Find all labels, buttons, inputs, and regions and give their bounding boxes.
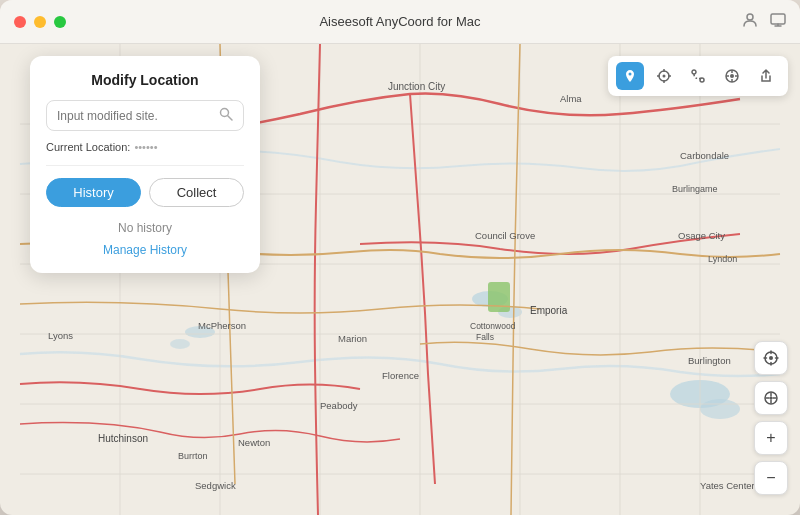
svg-text:Burrton: Burrton bbox=[178, 451, 208, 461]
history-tab[interactable]: History bbox=[46, 178, 141, 207]
svg-text:Burlington: Burlington bbox=[688, 355, 731, 366]
svg-text:Florence: Florence bbox=[382, 370, 419, 381]
svg-point-8 bbox=[700, 399, 740, 419]
no-history-text: No history bbox=[46, 221, 244, 235]
titlebar-actions bbox=[742, 12, 786, 32]
svg-point-71 bbox=[770, 397, 773, 400]
svg-rect-1 bbox=[771, 14, 785, 24]
panel-title: Modify Location bbox=[46, 72, 244, 88]
zoom-in-button[interactable]: + bbox=[754, 421, 788, 455]
svg-point-0 bbox=[747, 14, 753, 20]
svg-text:Alma: Alma bbox=[560, 93, 582, 104]
compass-button[interactable] bbox=[754, 381, 788, 415]
svg-text:Carbondale: Carbondale bbox=[680, 150, 729, 161]
search-icon bbox=[219, 107, 233, 124]
svg-point-57 bbox=[730, 74, 734, 78]
svg-text:Cottonwood: Cottonwood bbox=[470, 321, 516, 331]
location-pin-button[interactable] bbox=[616, 62, 644, 90]
svg-text:McPherson: McPherson bbox=[198, 320, 246, 331]
monitor-icon[interactable] bbox=[770, 12, 786, 32]
modify-location-panel: Modify Location Current Location: ••••••… bbox=[30, 56, 260, 273]
collect-tab[interactable]: Collect bbox=[149, 178, 244, 207]
svg-text:Hutchinson: Hutchinson bbox=[98, 433, 148, 444]
titlebar: Aiseesoft AnyCoord for Mac bbox=[0, 0, 800, 44]
app-title: Aiseesoft AnyCoord for Mac bbox=[319, 14, 480, 29]
zoom-controls: + − bbox=[754, 341, 788, 495]
svg-text:Council Grove: Council Grove bbox=[475, 230, 535, 241]
close-button[interactable] bbox=[14, 16, 26, 28]
current-location-row: Current Location: •••••• bbox=[46, 141, 244, 166]
search-input[interactable] bbox=[57, 109, 219, 123]
svg-point-65 bbox=[769, 356, 773, 360]
target-button[interactable] bbox=[650, 62, 678, 90]
svg-text:Falls: Falls bbox=[476, 332, 494, 342]
current-location-label: Current Location: bbox=[46, 141, 130, 153]
svg-text:Newton: Newton bbox=[238, 437, 270, 448]
svg-point-49 bbox=[663, 75, 666, 78]
svg-text:Marion: Marion bbox=[338, 333, 367, 344]
joystick-button[interactable] bbox=[718, 62, 746, 90]
manage-history-link[interactable]: Manage History bbox=[46, 243, 244, 257]
svg-text:Sedgwick: Sedgwick bbox=[195, 480, 236, 491]
zoom-out-button[interactable]: − bbox=[754, 461, 788, 495]
svg-text:Burlingame: Burlingame bbox=[672, 184, 718, 194]
map-container[interactable]: Junction City Alma Carbondale Burlingame… bbox=[0, 44, 800, 515]
export-button[interactable] bbox=[752, 62, 780, 90]
route-button[interactable] bbox=[684, 62, 712, 90]
svg-text:Peabody: Peabody bbox=[320, 400, 358, 411]
user-icon[interactable] bbox=[742, 12, 758, 32]
svg-text:Lyons: Lyons bbox=[48, 330, 73, 341]
traffic-lights bbox=[14, 16, 66, 28]
map-toolbar bbox=[608, 56, 788, 96]
svg-text:Lyndon: Lyndon bbox=[708, 254, 737, 264]
app-window: Aiseesoft AnyCoord for Mac bbox=[0, 0, 800, 515]
svg-rect-9 bbox=[488, 282, 510, 312]
svg-point-47 bbox=[629, 73, 632, 76]
svg-text:Yates Center: Yates Center bbox=[700, 480, 755, 491]
svg-line-63 bbox=[228, 116, 233, 121]
search-box bbox=[46, 100, 244, 131]
svg-text:Junction City: Junction City bbox=[388, 81, 445, 92]
minimize-button[interactable] bbox=[34, 16, 46, 28]
tab-group: History Collect bbox=[46, 178, 244, 207]
maximize-button[interactable] bbox=[54, 16, 66, 28]
svg-text:Emporia: Emporia bbox=[530, 305, 568, 316]
current-location-value: •••••• bbox=[134, 141, 157, 153]
svg-point-6 bbox=[170, 339, 190, 349]
svg-text:Osage City: Osage City bbox=[678, 230, 725, 241]
my-location-button[interactable] bbox=[754, 341, 788, 375]
svg-point-54 bbox=[692, 70, 696, 74]
